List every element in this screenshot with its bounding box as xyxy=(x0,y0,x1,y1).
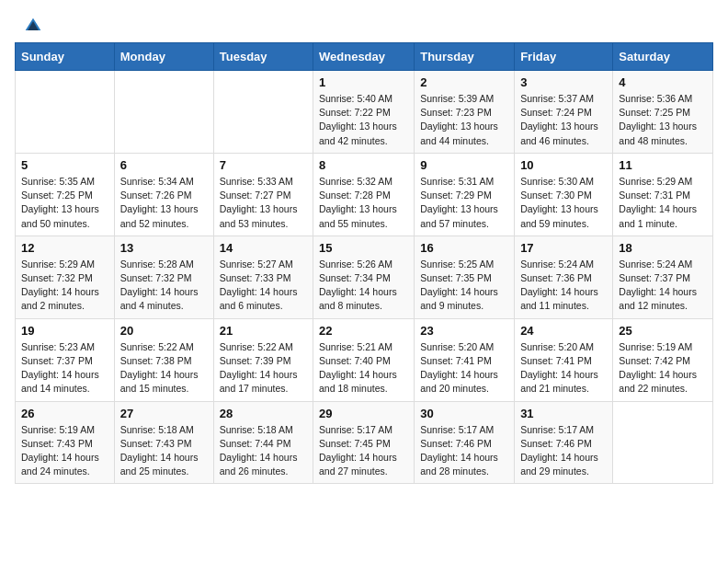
day-number: 31 xyxy=(520,407,607,420)
calendar-cell: 13Sunrise: 5:28 AM Sunset: 7:32 PM Dayli… xyxy=(114,236,213,318)
calendar-cell: 8Sunrise: 5:32 AM Sunset: 7:28 PM Daylig… xyxy=(313,153,415,236)
calendar-cell xyxy=(613,401,713,484)
day-info: Sunrise: 5:29 AM Sunset: 7:32 PM Dayligh… xyxy=(21,258,108,314)
weekday-header: Sunday xyxy=(16,43,115,71)
calendar-table: SundayMondayTuesdayWednesdayThursdayFrid… xyxy=(15,42,713,484)
day-number: 23 xyxy=(420,324,508,338)
calendar-cell: 24Sunrise: 5:20 AM Sunset: 7:41 PM Dayli… xyxy=(515,318,613,401)
day-number: 2 xyxy=(420,75,508,89)
day-info: Sunrise: 5:19 AM Sunset: 7:43 PM Dayligh… xyxy=(21,423,108,479)
day-number: 10 xyxy=(520,158,607,172)
day-info: Sunrise: 5:17 AM Sunset: 7:46 PM Dayligh… xyxy=(520,423,607,479)
logo xyxy=(22,17,42,35)
day-info: Sunrise: 5:36 AM Sunset: 7:25 PM Dayligh… xyxy=(619,92,707,148)
weekday-header: Saturday xyxy=(613,43,713,71)
calendar-cell: 29Sunrise: 5:17 AM Sunset: 7:45 PM Dayli… xyxy=(313,401,415,484)
day-info: Sunrise: 5:32 AM Sunset: 7:28 PM Dayligh… xyxy=(319,175,408,231)
day-info: Sunrise: 5:17 AM Sunset: 7:45 PM Dayligh… xyxy=(319,423,408,479)
day-number: 14 xyxy=(220,241,307,255)
calendar-cell: 11Sunrise: 5:29 AM Sunset: 7:31 PM Dayli… xyxy=(613,153,713,236)
weekday-header: Thursday xyxy=(415,43,515,71)
day-number: 20 xyxy=(120,324,208,338)
day-number: 9 xyxy=(420,158,508,172)
calendar-cell: 3Sunrise: 5:37 AM Sunset: 7:24 PM Daylig… xyxy=(515,71,613,154)
day-number: 11 xyxy=(619,158,707,172)
calendar-cell: 18Sunrise: 5:24 AM Sunset: 7:37 PM Dayli… xyxy=(613,236,713,318)
calendar-cell: 30Sunrise: 5:17 AM Sunset: 7:46 PM Dayli… xyxy=(415,401,515,484)
day-info: Sunrise: 5:37 AM Sunset: 7:24 PM Dayligh… xyxy=(520,92,607,148)
day-number: 1 xyxy=(319,75,408,89)
calendar-row: 5Sunrise: 5:35 AM Sunset: 7:25 PM Daylig… xyxy=(16,153,713,236)
calendar-cell xyxy=(16,71,115,154)
calendar-cell: 5Sunrise: 5:35 AM Sunset: 7:25 PM Daylig… xyxy=(16,153,115,236)
day-number: 4 xyxy=(619,75,707,89)
logo-icon xyxy=(24,17,42,35)
day-number: 6 xyxy=(120,158,208,172)
day-number: 7 xyxy=(220,158,307,172)
calendar-cell: 27Sunrise: 5:18 AM Sunset: 7:43 PM Dayli… xyxy=(114,401,213,484)
calendar-cell: 7Sunrise: 5:33 AM Sunset: 7:27 PM Daylig… xyxy=(213,153,313,236)
calendar-cell: 9Sunrise: 5:31 AM Sunset: 7:29 PM Daylig… xyxy=(415,153,515,236)
calendar-cell: 2Sunrise: 5:39 AM Sunset: 7:23 PM Daylig… xyxy=(415,71,515,154)
day-number: 17 xyxy=(520,241,607,255)
day-info: Sunrise: 5:23 AM Sunset: 7:37 PM Dayligh… xyxy=(21,340,108,396)
calendar-cell: 16Sunrise: 5:25 AM Sunset: 7:35 PM Dayli… xyxy=(415,236,515,318)
day-number: 18 xyxy=(619,241,707,255)
calendar-cell: 20Sunrise: 5:22 AM Sunset: 7:38 PM Dayli… xyxy=(114,318,213,401)
day-number: 27 xyxy=(120,407,208,420)
calendar-cell: 15Sunrise: 5:26 AM Sunset: 7:34 PM Dayli… xyxy=(313,236,415,318)
day-number: 15 xyxy=(319,241,408,255)
day-number: 16 xyxy=(420,241,508,255)
weekday-header: Monday xyxy=(114,43,213,71)
day-number: 8 xyxy=(319,158,408,172)
calendar-wrapper: SundayMondayTuesdayWednesdayThursdayFrid… xyxy=(0,42,728,499)
day-number: 19 xyxy=(21,324,108,338)
calendar-cell: 14Sunrise: 5:27 AM Sunset: 7:33 PM Dayli… xyxy=(213,236,313,318)
day-info: Sunrise: 5:29 AM Sunset: 7:31 PM Dayligh… xyxy=(619,175,707,231)
day-info: Sunrise: 5:20 AM Sunset: 7:41 PM Dayligh… xyxy=(420,340,508,396)
day-info: Sunrise: 5:25 AM Sunset: 7:35 PM Dayligh… xyxy=(420,258,508,314)
day-info: Sunrise: 5:22 AM Sunset: 7:39 PM Dayligh… xyxy=(220,340,307,396)
day-info: Sunrise: 5:33 AM Sunset: 7:27 PM Dayligh… xyxy=(220,175,307,231)
day-info: Sunrise: 5:27 AM Sunset: 7:33 PM Dayligh… xyxy=(220,258,307,314)
day-info: Sunrise: 5:17 AM Sunset: 7:46 PM Dayligh… xyxy=(420,423,508,479)
calendar-cell: 19Sunrise: 5:23 AM Sunset: 7:37 PM Dayli… xyxy=(16,318,115,401)
calendar-header: SundayMondayTuesdayWednesdayThursdayFrid… xyxy=(16,43,713,71)
day-info: Sunrise: 5:31 AM Sunset: 7:29 PM Dayligh… xyxy=(420,175,508,231)
day-info: Sunrise: 5:22 AM Sunset: 7:38 PM Dayligh… xyxy=(120,340,208,396)
weekday-header: Tuesday xyxy=(213,43,313,71)
day-info: Sunrise: 5:18 AM Sunset: 7:43 PM Dayligh… xyxy=(120,423,208,479)
calendar-cell: 17Sunrise: 5:24 AM Sunset: 7:36 PM Dayli… xyxy=(515,236,613,318)
day-info: Sunrise: 5:35 AM Sunset: 7:25 PM Dayligh… xyxy=(21,175,108,231)
day-info: Sunrise: 5:26 AM Sunset: 7:34 PM Dayligh… xyxy=(319,258,408,314)
day-number: 26 xyxy=(21,407,108,420)
day-info: Sunrise: 5:18 AM Sunset: 7:44 PM Dayligh… xyxy=(220,423,307,479)
calendar-cell: 26Sunrise: 5:19 AM Sunset: 7:43 PM Dayli… xyxy=(16,401,115,484)
day-number: 29 xyxy=(319,407,408,420)
day-info: Sunrise: 5:20 AM Sunset: 7:41 PM Dayligh… xyxy=(520,340,607,396)
calendar-cell: 23Sunrise: 5:20 AM Sunset: 7:41 PM Dayli… xyxy=(415,318,515,401)
weekday-header: Friday xyxy=(515,43,613,71)
day-info: Sunrise: 5:30 AM Sunset: 7:30 PM Dayligh… xyxy=(520,175,607,231)
day-number: 22 xyxy=(319,324,408,338)
day-info: Sunrise: 5:24 AM Sunset: 7:37 PM Dayligh… xyxy=(619,258,707,314)
calendar-row: 19Sunrise: 5:23 AM Sunset: 7:37 PM Dayli… xyxy=(16,318,713,401)
calendar-cell: 31Sunrise: 5:17 AM Sunset: 7:46 PM Dayli… xyxy=(515,401,613,484)
calendar-cell: 4Sunrise: 5:36 AM Sunset: 7:25 PM Daylig… xyxy=(613,71,713,154)
day-info: Sunrise: 5:28 AM Sunset: 7:32 PM Dayligh… xyxy=(120,258,208,314)
day-number: 30 xyxy=(420,407,508,420)
calendar-cell: 12Sunrise: 5:29 AM Sunset: 7:32 PM Dayli… xyxy=(16,236,115,318)
calendar-row: 12Sunrise: 5:29 AM Sunset: 7:32 PM Dayli… xyxy=(16,236,713,318)
calendar-cell: 25Sunrise: 5:19 AM Sunset: 7:42 PM Dayli… xyxy=(613,318,713,401)
day-number: 24 xyxy=(520,324,607,338)
calendar-cell: 28Sunrise: 5:18 AM Sunset: 7:44 PM Dayli… xyxy=(213,401,313,484)
day-number: 5 xyxy=(21,158,108,172)
calendar-row: 1Sunrise: 5:40 AM Sunset: 7:22 PM Daylig… xyxy=(16,71,713,154)
calendar-cell: 21Sunrise: 5:22 AM Sunset: 7:39 PM Dayli… xyxy=(213,318,313,401)
calendar-cell: 6Sunrise: 5:34 AM Sunset: 7:26 PM Daylig… xyxy=(114,153,213,236)
calendar-cell xyxy=(213,71,313,154)
day-info: Sunrise: 5:21 AM Sunset: 7:40 PM Dayligh… xyxy=(319,340,408,396)
page-header xyxy=(0,0,728,42)
calendar-cell: 10Sunrise: 5:30 AM Sunset: 7:30 PM Dayli… xyxy=(515,153,613,236)
day-info: Sunrise: 5:40 AM Sunset: 7:22 PM Dayligh… xyxy=(319,92,408,148)
